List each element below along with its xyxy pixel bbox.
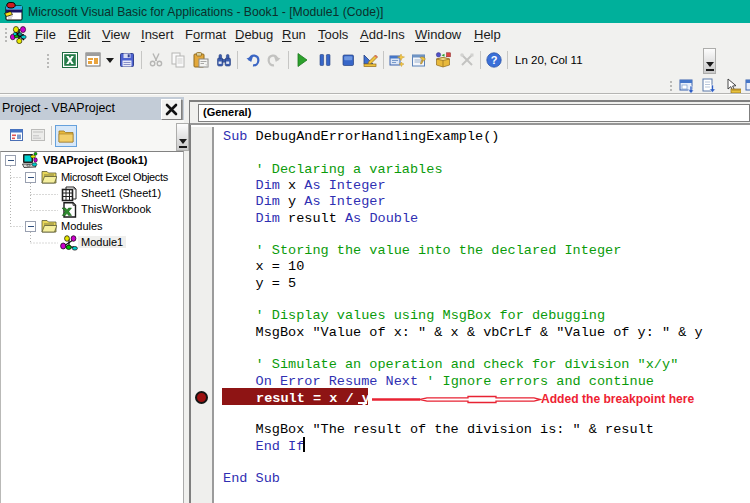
svg-text:?: ? — [491, 54, 498, 66]
